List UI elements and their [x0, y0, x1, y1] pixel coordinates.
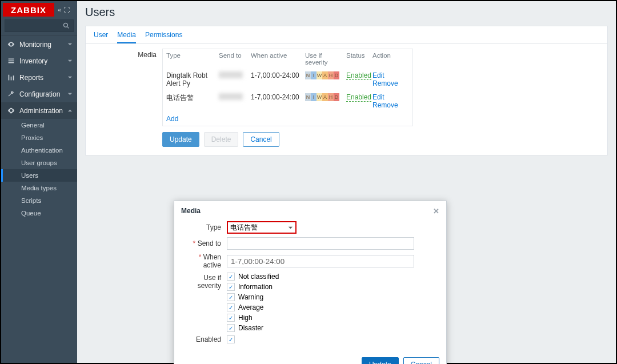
cell-when: 1-7,00:00-24:00 — [247, 69, 302, 90]
nav-configuration[interactable]: Configuration — [1, 86, 77, 102]
media-modal: Media ✕ Type 电话告警 Send to When active Us… — [174, 201, 447, 364]
cell-when: 1-7,00:00-24:00 — [247, 90, 302, 112]
sub-media-types[interactable]: Media types — [1, 182, 77, 194]
admin-submenu: General Proxies Authentication User grou… — [1, 119, 77, 219]
chk-information[interactable]: ✓ — [227, 283, 235, 291]
th-type: Type — [163, 49, 215, 69]
sev-label: Not classified — [238, 273, 279, 281]
kiosk-icon[interactable]: ⛶ — [63, 6, 70, 13]
cell-send — [215, 90, 247, 112]
app-frame: ZABBIX « ⛶ Monitoring Inventory Reports — [1, 1, 616, 363]
th-action: Action — [369, 49, 412, 69]
nav-label: Inventory — [19, 57, 47, 65]
label-send-to: Send to — [181, 239, 227, 247]
label-when-active: When active — [181, 253, 227, 269]
sidebar: ZABBIX « ⛶ Monitoring Inventory Reports — [1, 1, 77, 363]
sub-authentication[interactable]: Authentication — [1, 144, 77, 157]
chk-high[interactable]: ✓ — [227, 314, 235, 322]
send-to-input[interactable] — [227, 237, 414, 250]
cell-sev: NIWAHD — [302, 69, 343, 90]
nav-monitoring[interactable]: Monitoring — [1, 36, 77, 53]
modal-update-button[interactable]: Update — [362, 357, 399, 364]
chk-disaster[interactable]: ✓ — [227, 324, 235, 332]
sev-label: Disaster — [238, 324, 263, 332]
when-active-input[interactable] — [227, 255, 414, 267]
search-icon — [63, 22, 70, 29]
logo-row: ZABBIX « ⛶ — [1, 1, 77, 18]
chevron-down-icon — [67, 91, 73, 97]
add-media-link[interactable]: Add — [163, 112, 182, 126]
sub-scripts[interactable]: Scripts — [1, 194, 77, 207]
tab-permissions[interactable]: Permissions — [145, 31, 182, 43]
edit-link[interactable]: Edit — [372, 93, 384, 101]
page-title: Users — [77, 1, 616, 26]
chevron-down-icon — [67, 42, 73, 47]
gear-icon — [7, 107, 15, 114]
sev-label: Warning — [238, 293, 263, 301]
tab-media[interactable]: Media — [117, 31, 136, 43]
sub-general[interactable]: General — [1, 119, 77, 131]
nav-label: Configuration — [19, 90, 60, 98]
sub-queue[interactable]: Queue — [1, 207, 77, 219]
chk-enabled[interactable]: ✓ — [227, 335, 235, 343]
media-section-label: Media — [94, 49, 162, 147]
nav-label: Reports — [19, 74, 43, 82]
type-select[interactable]: 电话告警 — [227, 221, 297, 234]
table-row: 电话告警 1-7,00:00-24:00 NIWAHD Enabled Edit… — [163, 90, 412, 112]
chk-not-classified[interactable]: ✓ — [227, 273, 235, 281]
tab-user[interactable]: User — [94, 31, 108, 43]
cell-sev: NIWAHD — [302, 90, 343, 112]
sub-proxies[interactable]: Proxies — [1, 131, 77, 144]
close-icon[interactable]: ✕ — [433, 207, 439, 215]
modal-cancel-button[interactable]: Cancel — [403, 357, 439, 364]
status-toggle[interactable]: Enabled — [346, 93, 371, 102]
sub-users[interactable]: Users — [1, 169, 77, 182]
tabs: User Media Permissions — [86, 26, 607, 44]
chevron-up-icon — [67, 108, 73, 113]
sev-label: Average — [238, 303, 263, 311]
th-sev: Use if severity — [302, 49, 343, 69]
sev-label: Information — [238, 283, 273, 291]
nav-administration[interactable]: Administration — [1, 102, 77, 119]
chevron-down-icon — [67, 75, 73, 80]
chart-icon — [7, 74, 15, 81]
cell-type: Dingtalk Robt Alert Py — [163, 69, 215, 90]
eye-icon — [7, 41, 15, 48]
search-input[interactable] — [5, 19, 74, 32]
chk-average[interactable]: ✓ — [227, 303, 235, 311]
label-enabled: Enabled — [181, 335, 227, 343]
cell-send — [215, 69, 247, 90]
chevron-down-icon — [67, 58, 73, 63]
sub-user-groups[interactable]: User groups — [1, 157, 77, 169]
remove-link[interactable]: Remove — [372, 101, 398, 109]
nav-inventory[interactable]: Inventory — [1, 53, 77, 69]
cell-type: 电话告警 — [163, 90, 215, 112]
nav-label: Administration — [19, 107, 63, 115]
nav-label: Monitoring — [19, 41, 51, 49]
type-select-value: 电话告警 — [230, 223, 258, 233]
label-type: Type — [181, 223, 227, 231]
th-send: Send to — [215, 49, 247, 69]
update-button[interactable]: Update — [162, 132, 199, 147]
sev-label: High — [238, 314, 253, 322]
media-table: Type Send to When active Use if severity… — [162, 49, 413, 126]
chevron-down-icon — [288, 225, 293, 230]
table-row: Dingtalk Robt Alert Py 1-7,00:00-24:00 N… — [163, 69, 412, 90]
remove-link[interactable]: Remove — [372, 79, 398, 87]
th-status: Status — [343, 49, 369, 69]
content-card: User Media Permissions Media Type Send t… — [85, 26, 608, 155]
wrench-icon — [7, 90, 15, 98]
modal-title: Media — [181, 207, 201, 215]
delete-button: Delete — [204, 132, 239, 147]
label-use-if-severity: Use if severity — [181, 273, 227, 290]
collapse-icon[interactable]: « — [58, 6, 61, 13]
th-when: When active — [247, 49, 302, 69]
chk-warning[interactable]: ✓ — [227, 293, 235, 301]
status-toggle[interactable]: Enabled — [346, 71, 371, 80]
list-icon — [7, 57, 15, 65]
cancel-button[interactable]: Cancel — [243, 132, 279, 147]
brand-logo[interactable]: ZABBIX — [3, 3, 54, 17]
nav-reports[interactable]: Reports — [1, 69, 77, 86]
edit-link[interactable]: Edit — [372, 71, 384, 79]
